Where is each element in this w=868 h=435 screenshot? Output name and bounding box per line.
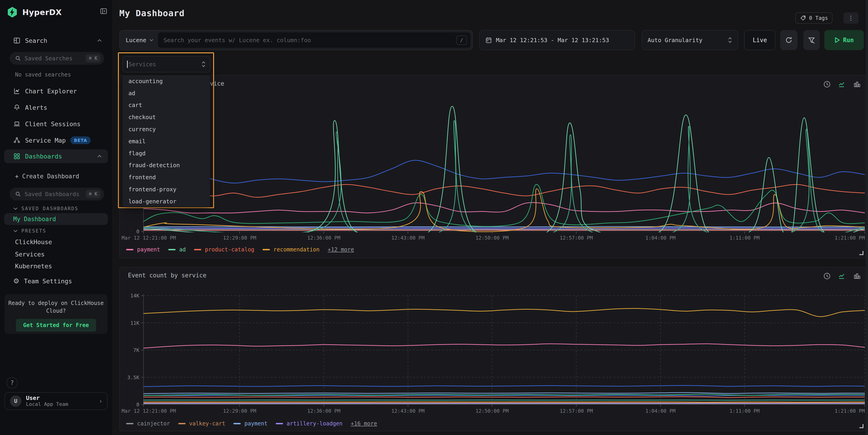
legend-item[interactable]: payment — [126, 246, 160, 253]
event-search-bar: Lucene / — [119, 30, 473, 50]
service-option[interactable]: ad — [123, 87, 210, 99]
sidebar-item-team-settings[interactable]: ⚙ Team Settings — [0, 274, 112, 288]
text-cursor — [127, 61, 128, 68]
saved-dashboards-input[interactable]: Saved Dashboards ⌘ K — [9, 188, 104, 200]
date-range-value: Mar 12 12:21:53 - Mar 12 13:21:53 — [496, 37, 609, 43]
saved-searches-input[interactable]: Saved Searches ⌘ K — [9, 52, 104, 65]
svg-text:1:21:00 PM: 1:21:00 PM — [835, 235, 865, 241]
resize-handle[interactable] — [859, 251, 863, 255]
saved-dashboard-item-my-dashboard[interactable]: My Dashboard — [4, 213, 108, 225]
service-option[interactable]: frontend — [123, 171, 210, 183]
preset-item-services[interactable]: Services — [0, 248, 112, 260]
svg-text:1:04:00 PM: 1:04:00 PM — [645, 408, 675, 414]
query-language-select[interactable]: Lucene — [120, 37, 158, 43]
sidebar-item-client-sessions[interactable]: Client Sessions — [0, 117, 112, 131]
time-range-icon-button[interactable] — [823, 80, 832, 89]
legend-swatch — [168, 249, 176, 250]
bar-chart-icon-button[interactable] — [853, 80, 862, 89]
legend-more-link[interactable]: +16 more — [351, 421, 377, 427]
line-chart[interactable]: 14K11K7K3.5K0Mar 12 12:21:00 PM12:29:00 … — [120, 268, 867, 432]
no-saved-searches-text: No saved searches — [15, 71, 71, 78]
main-content: My Dashboard 0 Tags ⋮ Lucene / — [112, 0, 868, 435]
run-label: Run — [843, 37, 854, 43]
section-presets[interactable]: PRESETS — [13, 228, 46, 234]
sidebar-item-service-map[interactable]: Service Map BETA — [0, 133, 112, 147]
help-button[interactable]: ? — [6, 377, 18, 389]
hyperdx-logo-icon — [6, 6, 18, 19]
beta-badge: BETA — [70, 136, 91, 144]
sidebar-item-dashboards[interactable]: Dashboards — [4, 149, 108, 163]
legend-item[interactable]: cainjector — [126, 421, 170, 427]
services-input[interactable]: Services — [123, 56, 210, 72]
user-menu[interactable]: U User Local App Team › — [5, 392, 107, 410]
service-option[interactable]: flagd — [123, 147, 210, 159]
chart-legend: paymentadproduct-catalogrecommendation+1… — [126, 246, 354, 253]
service-option[interactable]: checkout — [123, 111, 210, 123]
date-range-picker[interactable]: Mar 12 12:21:53 - Mar 12 13:21:53 — [479, 30, 635, 50]
svg-text:1:11:00 PM: 1:11:00 PM — [730, 408, 760, 414]
dashboard-menu-button[interactable]: ⋮ — [843, 12, 859, 24]
legend-item[interactable]: payment — [234, 421, 267, 427]
shortcut-badge: ⌘ K — [86, 190, 101, 198]
chevron-down-icon — [13, 207, 18, 210]
service-option[interactable]: fraud-detection — [123, 159, 210, 172]
run-button[interactable]: Run — [824, 30, 864, 50]
sidebar-item-label: Chart Explorer — [25, 88, 77, 95]
service-option[interactable]: email — [123, 135, 210, 147]
svg-text:12:36:00 PM: 12:36:00 PM — [307, 235, 340, 241]
legend-swatch — [276, 423, 283, 424]
legend-item[interactable]: valkey-cart — [178, 421, 225, 427]
legend-item[interactable]: product-catalog — [194, 246, 254, 253]
preset-item-clickhouse[interactable]: ClickHouse — [0, 236, 112, 248]
preset-item-kubernetes[interactable]: Kubernetes — [0, 260, 112, 272]
chart-card-event-count: Event count by service 14K11K7K3.5K0Mar … — [119, 267, 866, 431]
search-input[interactable] — [158, 37, 456, 43]
bar-chart-icon-button[interactable] — [853, 272, 862, 281]
legend-more-link[interactable]: +12 more — [328, 246, 354, 253]
search-icon — [15, 55, 21, 61]
select-updown-icon — [201, 61, 206, 68]
service-option[interactable]: cart — [123, 99, 210, 112]
tags-label: 0 Tags — [809, 15, 828, 21]
service-option[interactable]: frontend-proxy — [123, 183, 210, 195]
svg-text:12:50:00 PM: 12:50:00 PM — [475, 235, 509, 241]
chevron-down-icon — [13, 229, 18, 232]
service-option[interactable]: accounting — [123, 75, 210, 87]
chevron-up-icon — [97, 155, 102, 158]
legend-item[interactable]: recommendation — [262, 246, 319, 253]
svg-text:12:57:00 PM: 12:57:00 PM — [560, 235, 593, 241]
tags-button[interactable]: 0 Tags — [795, 12, 833, 24]
legend-item[interactable]: artillery-loadgen — [276, 421, 343, 427]
section-saved-dashboards[interactable]: SAVED DASHBOARDS — [13, 206, 78, 211]
user-team: Local App Team — [26, 401, 68, 407]
service-option[interactable]: currency — [123, 123, 210, 135]
saved-dashboards-placeholder: Saved Dashboards — [25, 191, 82, 197]
legend-item[interactable]: ad — [168, 246, 186, 253]
resize-handle[interactable] — [859, 424, 863, 428]
line-chart[interactable]: 0Mar 12 12:21:00 PM12:29:00 PM12:36:00 P… — [120, 75, 867, 259]
legend-label: artillery-loadgen — [287, 421, 343, 427]
sidebar-item-alerts[interactable]: Alerts — [0, 101, 112, 114]
collapse-sidebar-button[interactable] — [100, 7, 107, 15]
clickhouse-cloud-promo: Ready to deploy on ClickHouse Cloud? Get… — [5, 294, 107, 334]
filter-button[interactable] — [803, 30, 820, 50]
legend-swatch — [234, 423, 241, 424]
time-range-icon-button[interactable] — [823, 272, 832, 281]
svg-text:0: 0 — [136, 402, 140, 407]
legend-label: recommendation — [274, 246, 319, 253]
get-started-button[interactable]: Get Started for Free — [16, 319, 96, 332]
granularity-select[interactable]: Auto Granularity — [642, 30, 738, 50]
brand-name: HyperDX — [22, 8, 62, 17]
saved-searches-placeholder: Saved Searches — [25, 55, 82, 62]
line-chart-icon-button[interactable] — [838, 272, 847, 281]
create-dashboard-button[interactable]: + Create Dashboard — [0, 169, 112, 183]
chart-toolbar — [823, 80, 862, 89]
sidebar-item-search[interactable]: Search — [0, 34, 112, 48]
line-chart-icon-button[interactable] — [838, 80, 847, 89]
laptop-icon — [13, 120, 21, 128]
live-button[interactable]: Live — [744, 30, 776, 50]
sidebar-item-chart-explorer[interactable]: Chart Explorer — [0, 84, 112, 98]
service-option[interactable]: load-generator — [123, 195, 210, 207]
svg-text:1:21:00 PM: 1:21:00 PM — [835, 408, 865, 414]
refresh-button[interactable] — [780, 30, 798, 50]
